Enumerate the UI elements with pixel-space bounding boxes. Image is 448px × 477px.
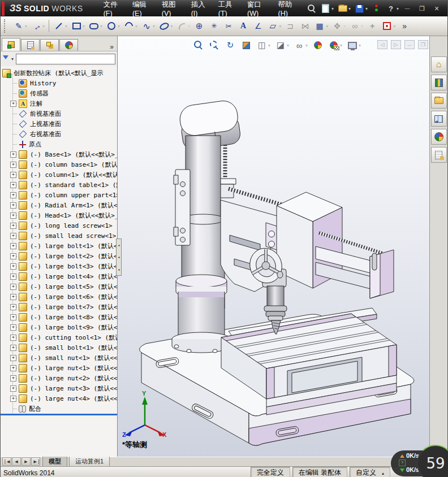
linear-pattern-button[interactable] [312, 18, 330, 34]
expand-icon[interactable] [10, 396, 16, 402]
task-pane-design-library-button[interactable] [431, 75, 447, 90]
task-pane-file-explorer-button[interactable] [431, 93, 447, 109]
expand-icon[interactable] [10, 274, 16, 280]
first-tab-button[interactable] [2, 457, 11, 466]
expand-icon[interactable] [10, 233, 16, 239]
tree-item-column-1[interactable]: (-) column<1> (默认<<默认> [1, 170, 117, 180]
tree-item-standard-table-1[interactable]: (-) standard table<1> (默认 [1, 180, 117, 190]
status-custom-button[interactable]: 自定义 [350, 467, 390, 477]
tree-item-large-bolt-9[interactable]: (-) large bolt<9> (默认<<默 [1, 322, 117, 332]
prev-tab-button[interactable] [12, 457, 21, 466]
ellipse-button[interactable] [157, 18, 174, 34]
doc-minimize-button[interactable] [404, 40, 415, 50]
tree-item-base-1[interactable]: (-) Base<1> (默认<<默认>_显 [1, 149, 117, 159]
section-view-button[interactable] [239, 38, 253, 53]
sketch-picture-button[interactable] [380, 18, 397, 34]
tree-item-large-nut-3[interactable]: (-) large nut<3> (默认<<默 [1, 383, 117, 393]
menu-view[interactable]: 视图(V) [156, 1, 186, 16]
tree-item-large-nut-1[interactable]: (-) large nut<1> (默认<<默 [1, 363, 117, 373]
spline-button[interactable] [139, 18, 157, 34]
convert-entities-button[interactable] [265, 18, 283, 34]
close-button[interactable] [429, 3, 444, 14]
tab-configurationmanager[interactable] [40, 39, 59, 51]
tree-item-large-bolt-3[interactable]: (-) large bolt<3> (默认<<默 [1, 261, 117, 271]
expand-icon[interactable] [10, 324, 16, 331]
filter-input[interactable] [16, 54, 115, 64]
trim-entities-button[interactable] [221, 18, 236, 34]
help-button[interactable] [385, 2, 400, 15]
tree-item-small-bolt-1[interactable]: (-) small bolt<1> (默认<<默 [1, 342, 117, 353]
tree-item-large-bolt-5[interactable]: (-) large bolt<5> (默认<<默 [1, 281, 117, 292]
rectangle-button[interactable] [69, 18, 87, 34]
help-badge-icon[interactable]: ? [399, 459, 406, 466]
doc-restore-button[interactable] [417, 40, 429, 50]
expand-icon[interactable] [10, 294, 16, 300]
expand-icon[interactable] [10, 101, 16, 107]
open-document-button[interactable] [337, 2, 352, 15]
tree-item-front-plane[interactable]: 前视基准面 [1, 109, 117, 119]
chevron-down-icon[interactable] [11, 57, 14, 62]
search-button[interactable] [305, 2, 318, 15]
toolbar-grip[interactable] [4, 19, 8, 33]
expand-icon[interactable] [10, 192, 16, 198]
task-pane-custom-properties-button[interactable] [431, 147, 447, 163]
featuremanager-flyout-handle[interactable] [116, 238, 122, 276]
tree-item-column-base-1[interactable]: (-) column base<1> (默认<< [1, 159, 117, 170]
task-pane-resources-button[interactable] [431, 57, 447, 72]
graphics-viewport[interactable]: Y X Z *等轴测 [118, 36, 429, 457]
tree-item-mates[interactable]: 配合 [1, 404, 117, 414]
tree-item-cutting-tool-1[interactable]: (-) cutting tool<1> (默认< [1, 332, 117, 342]
expand-icon[interactable] [10, 243, 16, 249]
net-speed-widget[interactable]: 0K/s ? 0K/s 59 [391, 450, 447, 476]
chamfer-button[interactable] [251, 18, 265, 34]
expand-icon[interactable] [10, 151, 16, 158]
menu-file[interactable]: 文件(F) [98, 1, 127, 16]
text-button[interactable] [236, 18, 251, 34]
tree-item-large-bolt-2[interactable]: (-) large bolt<2> (默认<<默 [1, 251, 117, 261]
edit-appearance-button[interactable] [311, 38, 325, 53]
task-pane-appearances-button[interactable] [431, 129, 447, 145]
last-tab-button[interactable] [31, 457, 40, 466]
menu-tools[interactable]: 工具(T) [213, 1, 242, 16]
maximize-button[interactable] [415, 3, 429, 14]
filter-funnel-icon[interactable] [2, 55, 10, 63]
tree-item-radial-arm-1[interactable]: (-) Radial Arm<1> (默认<<默 [1, 200, 117, 210]
display-relations-button[interactable] [347, 18, 365, 34]
perimeter-circle-button[interactable] [192, 18, 206, 34]
expand-icon[interactable] [10, 284, 16, 290]
view-settings-button[interactable] [345, 38, 363, 53]
expand-icon[interactable] [10, 335, 16, 341]
point-button[interactable] [206, 18, 221, 34]
next-tab-button[interactable] [21, 457, 31, 466]
tab-model[interactable]: 模型 [42, 456, 67, 466]
expand-icon[interactable] [10, 172, 16, 178]
sketch-button[interactable] [11, 18, 29, 34]
expand-icon[interactable] [10, 162, 16, 168]
offset-entities-button[interactable] [283, 18, 298, 34]
new-document-button[interactable] [320, 2, 335, 15]
zoom-to-fit-button[interactable] [191, 38, 206, 53]
tree-item-sensors[interactable]: 传感器 [1, 88, 117, 98]
expand-icon[interactable] [10, 182, 16, 188]
tree-item-small-nut-1[interactable]: (-) small nut<1> (默认<<默 [1, 353, 117, 363]
tree-item-head-1[interactable]: (-) Head<1> (默认<<默认>_显 [1, 210, 117, 220]
tab-propertymanager[interactable] [21, 39, 40, 51]
expand-icon[interactable] [10, 385, 16, 392]
expand-icon[interactable] [10, 253, 16, 259]
expand-icon[interactable] [10, 355, 16, 361]
menu-insert[interactable]: 插入(I) [186, 1, 213, 16]
display-style-button[interactable] [273, 38, 291, 53]
expand-icon[interactable] [10, 263, 16, 270]
arc-button[interactable] [122, 18, 139, 34]
menu-help[interactable]: 帮助(H) [273, 1, 302, 16]
smart-dimension-button[interactable] [29, 18, 46, 34]
tree-item-large-nut-2[interactable]: (-) large nut<2> (默认<<默 [1, 373, 117, 383]
tree-item-right-plane[interactable]: 右视基准面 [1, 129, 117, 139]
tree-item-long-lead-screw-1[interactable]: (-) long lead screw<1> (默 [1, 220, 117, 231]
mirror-entities-button[interactable] [298, 18, 312, 34]
tree-item-small-lead-screw-1[interactable]: (-) small lead screw<1> (默 [1, 231, 117, 241]
pane-left-button[interactable] [377, 40, 388, 50]
hide-show-items-button[interactable] [292, 38, 309, 53]
tree-item-top-plane[interactable]: 上视基准面 [1, 119, 117, 129]
tree-item-origin[interactable]: 原点 [1, 139, 117, 149]
